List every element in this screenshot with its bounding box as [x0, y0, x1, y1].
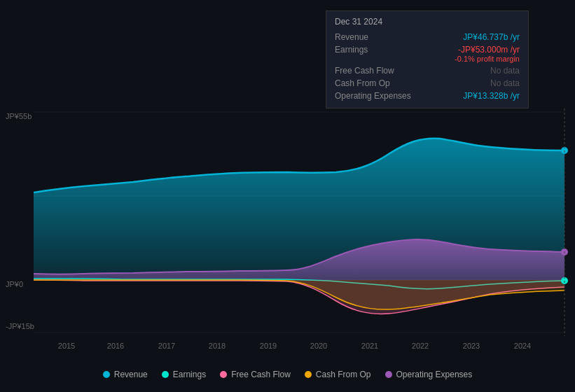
- tooltip-label-cashfromop: Cash From Op: [335, 78, 419, 88]
- tooltip-label-earnings: Earnings: [335, 45, 419, 55]
- tooltip-profit-margin: -0.1% profit margin: [455, 55, 520, 63]
- legend-label-fcf: Free Cash Flow: [231, 370, 291, 379]
- tooltip-row-fcf: Free Cash Flow No data: [335, 64, 520, 77]
- tooltip-label-fcf: Free Cash Flow: [335, 66, 419, 76]
- legend-label-revenue: Revenue: [114, 370, 148, 379]
- tooltip-row-revenue: Revenue JP¥46.737b /yr: [335, 31, 520, 43]
- legend-item-cashfromop[interactable]: Cash From Op: [305, 370, 371, 379]
- legend-dot-cashfromop: [305, 371, 312, 378]
- tooltip-row-earnings: Earnings -JP¥53.000m /yr -0.1% profit ma…: [335, 43, 520, 64]
- tooltip-value-cashfromop: No data: [490, 78, 520, 88]
- legend-item-fcf[interactable]: Free Cash Flow: [220, 370, 291, 379]
- tooltip-row-opex: Operating Expenses JP¥13.328b /yr: [335, 90, 520, 102]
- tooltip-label-opex: Operating Expenses: [335, 91, 419, 101]
- legend-label-earnings: Earnings: [173, 370, 206, 379]
- legend-item-revenue[interactable]: Revenue: [103, 370, 148, 379]
- legend-label-opex: Operating Expenses: [396, 370, 473, 379]
- legend-item-earnings[interactable]: Earnings: [162, 370, 206, 379]
- legend-dot-earnings: [162, 371, 169, 378]
- legend-dot-revenue: [103, 371, 110, 378]
- chart-container: Dec 31 2024 Revenue JP¥46.737b /yr Earni…: [0, 0, 575, 392]
- tooltip-value-opex: JP¥13.328b /yr: [463, 91, 520, 101]
- legend-dot-opex: [385, 371, 392, 378]
- tooltip-value-earnings: -JP¥53.000m /yr: [455, 45, 520, 55]
- tooltip-value-revenue: JP¥46.737b /yr: [463, 32, 520, 42]
- legend: Revenue Earnings Free Cash Flow Cash Fro…: [0, 370, 575, 379]
- tooltip-row-cashfromop: Cash From Op No data: [335, 77, 520, 90]
- legend-dot-fcf: [220, 371, 227, 378]
- tooltip-label-revenue: Revenue: [335, 32, 419, 42]
- tooltip-value-fcf: No data: [490, 66, 520, 76]
- legend-label-cashfromop: Cash From Op: [316, 370, 371, 379]
- legend-item-opex[interactable]: Operating Expenses: [385, 370, 473, 379]
- tooltip-title: Dec 31 2024: [335, 17, 520, 27]
- tooltip-box: Dec 31 2024 Revenue JP¥46.737b /yr Earni…: [326, 10, 529, 108]
